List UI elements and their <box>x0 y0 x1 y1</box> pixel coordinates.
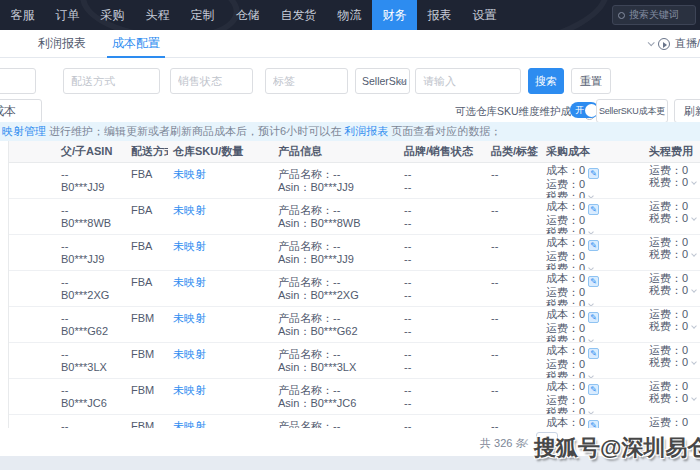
expand-caret-icon[interactable] <box>691 287 697 293</box>
expand-caret-icon[interactable] <box>588 193 594 198</box>
nav-item-orders[interactable]: 订单 <box>45 0 90 30</box>
product-name-line: 产品名称：-- <box>278 348 396 361</box>
expand-caret-icon[interactable] <box>691 323 697 329</box>
edit-cost-icon[interactable]: ✎ <box>588 420 599 428</box>
mapping-management-link[interactable]: 映射管理 <box>2 125 46 137</box>
expand-caret-icon[interactable] <box>588 301 594 306</box>
shipping-method-value: FBA <box>126 163 168 198</box>
product-asin-label: Asin： <box>278 397 310 409</box>
tax-label: 税费： <box>546 190 579 199</box>
unmapped-link[interactable]: 未映射 <box>173 168 206 180</box>
expand-caret-icon[interactable] <box>588 229 594 234</box>
expand-caret-icon[interactable] <box>691 179 697 185</box>
brand-value: -- <box>404 240 483 253</box>
status-value: -- <box>404 397 483 410</box>
unmapped-link[interactable]: 未映射 <box>173 312 206 324</box>
tax-label: 税费： <box>546 370 579 379</box>
profit-report-link[interactable]: 利润报表 <box>344 125 388 137</box>
edit-cost-icon[interactable]: ✎ <box>588 384 599 395</box>
nav-item-customization[interactable]: 定制 <box>180 0 225 30</box>
reset-button[interactable]: 重置 <box>571 68 611 94</box>
product-info-cell: 产品名称：-- Asin：B0***JJ9 <box>273 163 399 198</box>
nav-item-warehouse[interactable]: 仓储 <box>225 0 270 30</box>
pagination-page-1[interactable]: 1 <box>536 432 558 452</box>
unmapped-link[interactable]: 未映射 <box>173 276 206 288</box>
chevron-down-icon[interactable] <box>648 39 655 46</box>
seller-sku-cost-update-button[interactable]: SellerSKU成本更新 <box>596 99 668 123</box>
product-name-value: -- <box>333 204 340 216</box>
tag-filter[interactable] <box>265 68 348 94</box>
clipped-cost-button[interactable]: 成本 <box>0 99 42 123</box>
search-button[interactable]: 搜索 <box>528 68 564 94</box>
edit-cost-icon[interactable]: ✎ <box>588 168 599 179</box>
asin-cell: -- B0***G62 <box>56 307 126 342</box>
nav-item-reports[interactable]: 报表 <box>417 0 462 30</box>
mapping-cell: 未映射 <box>168 343 273 378</box>
tax-line: 税费：0 <box>546 263 641 271</box>
expand-caret-icon[interactable] <box>588 337 594 342</box>
tab-cost-config[interactable]: 成本配置 <box>112 30 160 57</box>
bottom-bar <box>0 456 700 470</box>
unmapped-link[interactable]: 未映射 <box>173 348 206 360</box>
nav-item-self-delivery[interactable]: 自发货 <box>270 0 327 30</box>
freight-label: 运费： <box>546 250 579 262</box>
edit-cost-icon[interactable]: ✎ <box>588 312 599 323</box>
category-value: -- <box>486 271 541 306</box>
shipping-method-filter[interactable] <box>63 68 160 94</box>
search-icon <box>618 12 625 19</box>
warehouse-sku-toggle[interactable]: 开 <box>570 102 599 118</box>
shipping-method-value: FBM <box>126 307 168 342</box>
asin-cell: -- B0***JC6 <box>56 379 126 414</box>
cost-value: 0 <box>579 416 585 428</box>
refresh-order-cost-button[interactable]: 刷新订单 <box>674 99 700 123</box>
expand-caret-icon[interactable] <box>691 251 697 257</box>
edit-cost-icon[interactable]: ✎ <box>588 240 599 251</box>
unmapped-link[interactable]: 未映射 <box>173 240 206 252</box>
child-asin: B0***JJ9 <box>61 181 123 194</box>
tab-profit-report[interactable]: 利润报表 <box>38 30 86 57</box>
unmapped-link[interactable]: 未映射 <box>173 204 206 216</box>
nav-item-purchasing[interactable]: 采购 <box>90 0 135 30</box>
sku-type-select[interactable]: SellerSku <box>355 68 410 94</box>
search-placeholder: 搜索关键词 <box>629 8 679 22</box>
expand-caret-icon[interactable] <box>691 395 697 401</box>
hfreight-value: 0 <box>682 200 688 212</box>
sale-status-filter[interactable] <box>170 68 253 94</box>
expand-caret-icon[interactable] <box>691 359 697 365</box>
pagination-prev-icon[interactable]: ‹ <box>524 433 529 449</box>
clipped-filter-input[interactable] <box>0 68 36 94</box>
cost-label: 成本： <box>546 344 579 356</box>
product-name-line: 产品名称：-- <box>278 276 396 289</box>
nav-item-settings[interactable]: 设置 <box>462 0 507 30</box>
edit-cost-icon[interactable]: ✎ <box>588 204 599 215</box>
hfreight-label: 运费： <box>649 236 682 248</box>
child-asin: B0***JC6 <box>61 397 123 410</box>
nav-item-first-leg[interactable]: 头程 <box>135 0 180 30</box>
unmapped-link[interactable]: 未映射 <box>173 384 206 396</box>
cost-value: 0 <box>579 380 585 392</box>
freight-value: 0 <box>579 214 585 226</box>
mapping-cell: 未映射 <box>168 415 273 428</box>
expand-caret-icon[interactable] <box>588 265 594 270</box>
nav-item-finance[interactable]: 财务 <box>372 0 417 30</box>
edit-cost-icon[interactable]: ✎ <box>588 348 599 359</box>
notice-text-1: 进行维护；编辑更新或者刷新商品成本后，预计6小时可以在 <box>46 125 344 137</box>
expand-caret-icon[interactable] <box>691 215 697 221</box>
first-leg-fee-cell: 运费：0 税费：0 <box>644 163 700 198</box>
edit-cost-icon[interactable]: ✎ <box>588 276 599 287</box>
tax-value: 0 <box>579 226 585 235</box>
expand-caret-icon[interactable] <box>588 373 594 378</box>
hfreight-label: 运费： <box>649 344 682 356</box>
nav-item-customer-service[interactable]: 客服 <box>0 0 45 30</box>
store-cell <box>9 271 56 306</box>
unmapped-link[interactable]: 未映射 <box>173 420 206 428</box>
table-header: 父/子ASIN 配送方式 仓库SKU/数量 产品信息 品牌/销售状态 品类/标签… <box>9 141 700 163</box>
table-body: -- B0***JJ9 FBA 未映射 产品名称：-- Asin：B0***JJ… <box>9 163 700 428</box>
global-search-input[interactable]: 搜索关键词 <box>612 5 696 25</box>
htax-value: 0 <box>682 212 688 224</box>
nav-item-logistics[interactable]: 物流 <box>327 0 372 30</box>
live-label[interactable]: 直播/ <box>675 36 700 51</box>
parent-asin: -- <box>61 348 123 361</box>
expand-caret-icon[interactable] <box>588 409 594 414</box>
keyword-input[interactable] <box>415 68 521 94</box>
